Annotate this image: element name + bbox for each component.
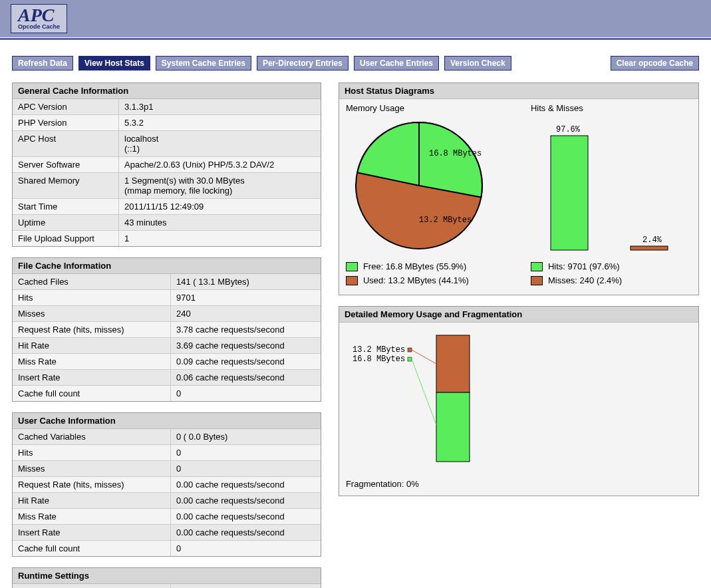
row-value: 0 ( 0.0 Bytes) — [171, 429, 321, 444]
per-directory-entries-button[interactable]: Per-Directory Entries — [257, 56, 349, 71]
svg-rect-4 — [436, 335, 470, 392]
pie-used-label: 13.2 MBytes — [419, 216, 472, 225]
row-value: 43 minutes — [119, 215, 321, 230]
table-row: Cache full count0 — [13, 540, 321, 556]
table-row: PHP Version5.3.2 — [13, 114, 321, 130]
panel-title: Host Status Diagrams — [339, 83, 698, 98]
row-value: 2011/11/15 12:49:09 — [119, 199, 321, 214]
fragmentation-chart: 13.2 MBytes 16.8 MBytes — [346, 332, 678, 465]
table-row: Hits9701 — [13, 289, 321, 305]
table-row: Shared Memory1 Segment(s) with 30.0 MByt… — [13, 172, 321, 198]
row-key: Insert Rate — [13, 525, 171, 540]
panel-title: General Cache Information — [13, 83, 321, 98]
table-row: Insert Rate0.06 cache requests/second — [13, 369, 321, 385]
legend-used-text: Used: 13.2 MBytes (44.1%) — [363, 275, 469, 285]
row-key: Cache full count — [13, 541, 171, 556]
logo-subtitle: Opcode Cache — [18, 23, 60, 30]
row-value: 3.78 cache requests/second — [171, 322, 321, 337]
row-key: Cached Variables — [13, 429, 171, 444]
table-row: Cached Files141 ( 13.1 MBytes) — [13, 273, 321, 289]
table-row: Cached Variables0 ( 0.0 Bytes) — [13, 428, 321, 444]
row-key: Hits — [13, 445, 171, 460]
user-cache-entries-button[interactable]: User Cache Entries — [354, 56, 439, 71]
memory-usage-column: Memory Usage 16.8 MBytes 13.2 MBytes Fre… — [346, 103, 512, 285]
row-key: Miss Rate — [13, 354, 171, 369]
legend-misses-text: Misses: 240 (2.4%) — [548, 275, 622, 285]
legend-misses: Misses: 240 (2.4%) — [531, 275, 692, 285]
system-cache-entries-button[interactable]: System Cache Entries — [156, 56, 251, 71]
row-value: 0 — [171, 445, 321, 460]
table-row: Misses0 — [13, 460, 321, 476]
table-row: Misses240 — [13, 305, 321, 321]
table-row: apc.cache_by_default1 — [13, 583, 321, 588]
panel-title: File Cache Information — [13, 258, 321, 273]
row-key: Uptime — [13, 215, 119, 230]
bar-miss-pct: 2.4% — [642, 235, 662, 245]
row-value: 3.1.3p1 — [119, 99, 321, 114]
row-value: Apache/2.0.63 (Unix) PHP/5.3.2 DAV/2 — [119, 157, 321, 172]
row-key: Request Rate (hits, misses) — [13, 322, 171, 337]
row-value: 0.00 cache requests/second — [171, 477, 321, 492]
row-key: Misses — [13, 306, 171, 321]
row-key: APC Host — [13, 131, 119, 156]
version-check-button[interactable]: Version Check — [444, 56, 511, 71]
row-value: 9701 — [171, 290, 321, 305]
row-key: Shared Memory — [13, 173, 119, 198]
row-value: 240 — [171, 306, 321, 321]
table-row: File Upload Support1 — [13, 230, 321, 246]
table-row: APC Hostlocalhost(::1) — [13, 130, 321, 156]
legend-free: Free: 16.8 MBytes (55.9%) — [346, 261, 512, 271]
logo-title: APC — [18, 5, 60, 25]
file-cache-information-panel: File Cache Information Cached Files141 (… — [12, 257, 321, 402]
header-divider — [0, 37, 711, 40]
row-value: 0.00 cache requests/second — [171, 525, 321, 540]
fragmentation-text: Fragmentation: 0% — [346, 479, 692, 489]
row-key: Hits — [13, 290, 171, 305]
row-key: PHP Version — [13, 115, 119, 130]
row-key: APC Version — [13, 99, 119, 114]
row-value: 1 — [119, 231, 321, 246]
row-key: Start Time — [13, 199, 119, 214]
row-value: 0 — [171, 461, 321, 476]
table-row: Hit Rate0.00 cache requests/second — [13, 492, 321, 508]
table-row: Insert Rate0.00 cache requests/second — [13, 524, 321, 540]
table-row: APC Version3.1.3p1 — [13, 98, 321, 114]
svg-rect-7 — [408, 357, 412, 361]
row-key: File Upload Support — [13, 231, 119, 246]
general-cache-information-panel: General Cache Information APC Version3.1… — [12, 82, 321, 247]
hits-misses-column: Hits & Misses 97.6% 2.4% Hits: 9701 (97.… — [531, 103, 692, 285]
runtime-settings-panel: Runtime Settings apc.cache_by_default1ap… — [12, 567, 321, 588]
row-value: 0.00 cache requests/second — [171, 509, 321, 524]
row-key: Miss Rate — [13, 509, 171, 524]
hits-misses-bar-chart: 97.6% 2.4% — [531, 116, 690, 255]
legend-hits: Hits: 9701 (97.6%) — [531, 261, 692, 271]
svg-rect-5 — [436, 392, 470, 462]
swatch-orange-icon — [531, 276, 543, 285]
row-key: Cached Files — [13, 274, 171, 289]
row-value: 5.3.2 — [119, 115, 321, 130]
row-key: Hit Rate — [13, 338, 171, 353]
legend-free-text: Free: 16.8 MBytes (55.9%) — [363, 261, 466, 271]
hits-misses-label: Hits & Misses — [531, 103, 692, 113]
host-status-diagrams-panel: Host Status Diagrams Memory Usage 16.8 M… — [339, 82, 699, 295]
row-key: Misses — [13, 461, 171, 476]
row-value: localhost(::1) — [119, 131, 321, 156]
row-value: 141 ( 13.1 MBytes) — [171, 274, 321, 289]
row-key: Request Rate (hits, misses) — [13, 477, 171, 492]
table-row: Server SoftwareApache/2.0.63 (Unix) PHP/… — [13, 156, 321, 172]
table-row: Hit Rate3.69 cache requests/second — [13, 337, 321, 353]
row-value: 1 — [171, 584, 321, 588]
row-value: 0 — [171, 541, 321, 556]
row-value: 0.06 cache requests/second — [171, 370, 321, 385]
row-value: 1 Segment(s) with 30.0 MBytes(mmap memor… — [119, 173, 321, 198]
panel-title: Runtime Settings — [13, 568, 321, 583]
svg-rect-2 — [551, 136, 588, 250]
table-row: Miss Rate0.00 cache requests/second — [13, 508, 321, 524]
bar-hits-pct: 97.6% — [556, 125, 581, 134]
clear-opcode-cache-button[interactable]: Clear opcode Cache — [611, 56, 699, 71]
refresh-data-button[interactable]: Refresh Data — [12, 56, 73, 71]
swatch-orange-icon — [346, 276, 358, 285]
svg-rect-3 — [631, 246, 668, 250]
table-row: Request Rate (hits, misses)0.00 cache re… — [13, 476, 321, 492]
view-host-stats-button[interactable]: View Host Stats — [78, 56, 150, 71]
